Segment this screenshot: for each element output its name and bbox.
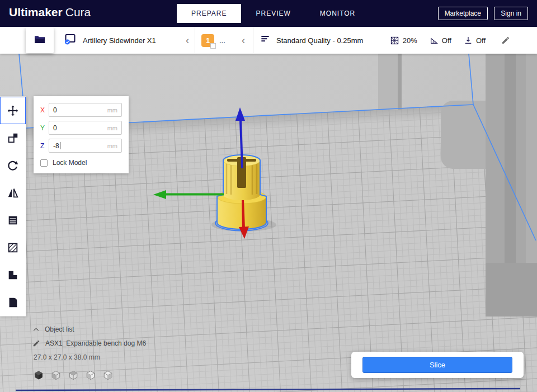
view-top-icon[interactable]: [68, 370, 78, 380]
printer-selector[interactable]: Artillery Sidewinder X1 ‹: [64, 27, 190, 54]
object-name: ASX1_Expandable bench dog M6: [45, 339, 146, 347]
object-list-panel: Object list ASX1_Expandable bench dog M6…: [32, 325, 146, 380]
view-left-icon[interactable]: [86, 370, 96, 380]
x-position-value: 0: [53, 106, 57, 114]
move-tool-button[interactable]: [0, 97, 26, 124]
material-extruder-selector[interactable]: 1 ... ‹: [201, 27, 246, 54]
chevron-left-icon[interactable]: ‹: [186, 35, 190, 45]
printer-frame-column-stripe: [505, 54, 516, 263]
infill-summary: 20%: [390, 36, 417, 45]
object-list-item[interactable]: ASX1_Expandable bench dog M6: [32, 339, 146, 347]
cura-window: UltimakerCura PREPARE PREVIEW MONITOR Ma…: [0, 0, 537, 392]
printer-frame-pillar: [378, 54, 402, 110]
per-model-settings-icon: [7, 214, 19, 226]
y-position-value: 0: [53, 124, 57, 132]
y-axis-label: Y: [40, 124, 49, 132]
configuration-toolbar: Artillery Sidewinder X1 ‹ 1 ... ‹ Standa…: [0, 27, 537, 54]
adhesion-summary: Off: [464, 36, 486, 45]
x-position-row: X 0 mm: [40, 103, 122, 117]
infill-value: 20%: [403, 36, 417, 45]
printer-frame-column-stripe: [526, 54, 537, 263]
lock-model-label: Lock Model: [53, 159, 87, 167]
mesh-tools-icon: [7, 269, 19, 281]
edit-settings-pencil-icon[interactable]: [501, 36, 510, 45]
rotate-icon: [7, 159, 19, 172]
support-value: Off: [442, 36, 451, 45]
view-3d-icon[interactable]: [34, 370, 44, 380]
x-unit-label: mm: [107, 107, 117, 114]
z-position-input[interactable]: -8 mm: [49, 139, 122, 153]
folder-icon: [33, 32, 46, 48]
stage-tabs: PREPARE PREVIEW MONITOR: [177, 4, 370, 23]
x-position-input[interactable]: 0 mm: [49, 103, 122, 117]
adhesion-icon: [464, 36, 473, 45]
y-position-row: Y 0 mm: [40, 121, 122, 135]
move-tool-panel: X 0 mm Y 0 mm Z -8 mm: [34, 96, 129, 173]
adhesion-value: Off: [476, 36, 486, 45]
header-bar: UltimakerCura PREPARE PREVIEW MONITOR Ma…: [0, 0, 537, 27]
tool-strip: [0, 96, 26, 317]
text-caret: [60, 142, 60, 149]
action-panel: Slice: [351, 352, 524, 378]
view-front-icon[interactable]: [51, 370, 61, 380]
scale-tool-button[interactable]: [0, 124, 26, 152]
camera-view-presets: [34, 370, 146, 380]
toolbar-divider: [195, 27, 195, 53]
custom-supports-tool-button[interactable]: [0, 289, 26, 316]
z-position-value: -8: [53, 142, 59, 150]
3d-viewport[interactable]: X 0 mm Y 0 mm Z -8 mm: [0, 54, 537, 392]
support-icon: [430, 36, 439, 45]
extruder-badge: 1: [201, 34, 214, 47]
support-blocker-icon: [7, 242, 19, 254]
tab-monitor[interactable]: MONITOR: [305, 4, 370, 23]
chevron-left-icon[interactable]: ‹: [242, 35, 246, 45]
printer-name: Artillery Sidewinder X1: [83, 36, 156, 45]
printer-icon: [64, 32, 77, 48]
slice-button[interactable]: Slice: [362, 357, 512, 373]
lock-model-row[interactable]: Lock Model: [40, 159, 122, 167]
y-position-input[interactable]: 0 mm: [49, 121, 122, 135]
lock-model-checkbox[interactable]: [40, 159, 48, 167]
mirror-tool-button[interactable]: [0, 179, 26, 206]
custom-supports-icon: [7, 296, 19, 309]
x-axis-label: X: [40, 106, 49, 114]
scale-icon: [7, 132, 19, 144]
app-logo: UltimakerCura: [9, 6, 91, 19]
pencil-icon: [32, 339, 40, 347]
tab-prepare[interactable]: PREPARE: [177, 4, 241, 23]
z-axis-label: Z: [40, 142, 49, 150]
sign-in-button[interactable]: Sign in: [494, 7, 528, 20]
printer-frame-column-base: [486, 263, 537, 317]
object-list-toggle[interactable]: Object list: [32, 325, 146, 333]
material-name: ...: [219, 36, 225, 45]
z-position-row: Z -8 mm: [40, 139, 122, 153]
open-file-button[interactable]: [26, 27, 54, 53]
mesh-tools-button[interactable]: [0, 261, 26, 289]
mirror-icon: [7, 187, 19, 199]
view-right-icon[interactable]: [103, 370, 113, 380]
chevron-up-icon: [32, 326, 40, 333]
object-list-label: Object list: [45, 325, 74, 333]
print-settings-selector[interactable]: Standard Quality - 0.25mm 20% Off Off: [260, 27, 510, 54]
z-unit-label: mm: [107, 143, 117, 149]
y-unit-label: mm: [107, 125, 117, 131]
logo-cura: Cura: [65, 6, 91, 18]
infill-icon: [390, 36, 399, 45]
support-blocker-tool-button[interactable]: [0, 234, 26, 261]
marketplace-button[interactable]: Marketplace: [438, 7, 488, 20]
toolbar-divider: [253, 27, 253, 53]
per-model-settings-tool-button[interactable]: [0, 206, 26, 234]
logo-ultimaker: Ultimaker: [9, 6, 63, 18]
profile-name: Standard Quality - 0.25mm: [276, 36, 363, 45]
object-dimensions: 27.0 x 27.0 x 38.0 mm: [34, 353, 146, 361]
tab-preview[interactable]: PREVIEW: [241, 4, 305, 23]
rotate-tool-button[interactable]: [0, 152, 26, 179]
profile-layers-icon: [260, 34, 271, 47]
move-icon: [7, 105, 19, 117]
support-summary: Off: [430, 36, 451, 45]
